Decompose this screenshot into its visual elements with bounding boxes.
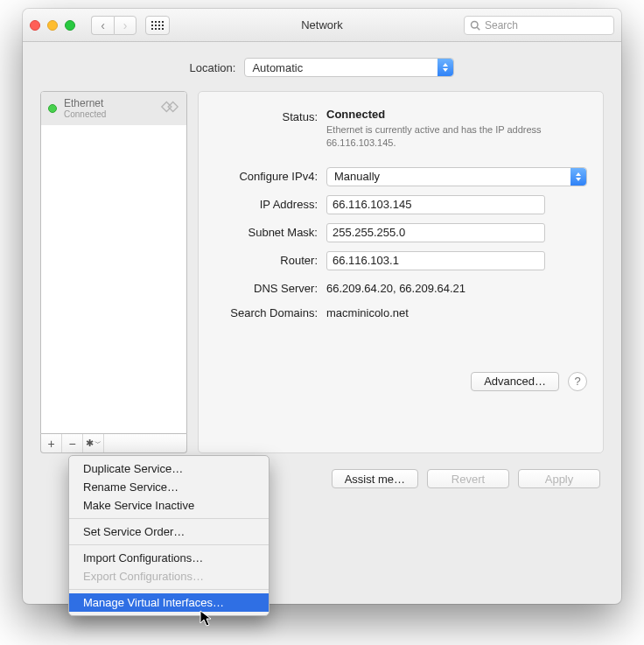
zoom-window[interactable] [65,20,75,31]
subnet-mask-label: Subnet Mask: [214,223,326,239]
search-domains-value: macminicolo.net [326,306,409,319]
grid-icon [151,21,164,30]
help-button[interactable]: ? [568,372,587,391]
search-field[interactable]: Search [464,16,614,35]
menu-export-config: Export Configurations… [69,567,269,585]
back-button[interactable]: ‹ [91,16,114,35]
ip-address-value: 66.116.103.145 [332,198,411,211]
menu-separator [69,589,269,590]
search-icon [470,20,480,31]
chevron-left-icon: ‹ [101,18,105,32]
service-name: Ethernet [64,97,153,109]
titlebar: ‹ › Network Search [23,9,621,42]
service-actions-button[interactable]: ✱﹀ [83,434,104,452]
minimize-window[interactable] [47,20,58,31]
status-value: Connected [326,108,587,121]
status-dot-icon [48,104,57,113]
menu-separator [69,544,269,545]
updown-icon [438,59,453,76]
dns-server-value: 66.209.64.20, 66.209.64.21 [326,282,466,295]
router-field[interactable]: 66.116.103.1 [326,251,545,270]
location-select[interactable]: Automatic [244,58,454,77]
location-row: Location: Automatic [40,58,604,77]
ip-address-label: IP Address: [214,195,326,211]
router-value: 66.116.103.1 [332,254,399,267]
menu-separator [69,518,269,519]
ethernet-icon [160,100,179,117]
ip-address-field[interactable]: 66.116.103.145 [326,195,545,214]
location-label: Location: [190,61,236,74]
revert-button[interactable]: Revert [427,469,509,488]
question-icon: ? [574,375,580,388]
configure-ipv4-value: Manually [334,170,380,183]
sidebar-toolbar: + − ✱﹀ [40,434,187,453]
svg-point-0 [472,21,479,28]
forward-button[interactable]: › [114,16,136,35]
search-placeholder: Search [485,19,518,32]
plus-icon: + [47,437,54,451]
menu-set-service-order[interactable]: Set Service Order… [69,522,269,541]
updown-icon [570,168,586,186]
svg-line-1 [477,27,480,30]
menu-import-config[interactable]: Import Configurations… [69,549,269,567]
advanced-button[interactable]: Advanced… [471,372,559,391]
gear-icon: ✱ [86,438,94,449]
location-value: Automatic [252,61,303,74]
status-subtext: Ethernet is currently active and has the… [326,123,587,150]
apply-button[interactable]: Apply [518,469,600,488]
service-status: Connected [64,109,153,119]
subnet-mask-value: 255.255.255.0 [332,226,405,239]
dns-server-label: DNS Server: [214,279,326,295]
services-list[interactable]: Ethernet Connected [40,91,187,434]
services-sidebar: Ethernet Connected + − [40,91,187,453]
menu-manage-virtual-interfaces[interactable]: Manage Virtual Interfaces… [69,593,269,612]
configure-ipv4-select[interactable]: Manually [326,167,587,186]
traffic-lights [30,20,75,31]
chevron-right-icon: › [123,18,128,32]
menu-rename-service[interactable]: Rename Service… [69,478,269,496]
menu-duplicate-service[interactable]: Duplicate Service… [69,459,269,478]
add-service-button[interactable]: + [41,434,62,452]
close-window[interactable] [30,20,40,31]
service-actions-menu: Duplicate Service… Rename Service… Make … [68,455,270,616]
chevron-down-icon: ﹀ [94,438,102,448]
minus-icon: − [68,437,75,451]
menu-make-inactive[interactable]: Make Service Inactive [69,496,269,515]
assist-me-button[interactable]: Assist me… [332,469,418,488]
subnet-mask-field[interactable]: 255.255.255.0 [326,223,545,242]
router-label: Router: [214,251,326,267]
show-all-button[interactable] [145,16,170,35]
remove-service-button[interactable]: − [62,434,83,452]
window-body: Location: Automatic Ethernet Connected [23,42,621,501]
nav-buttons: ‹ › [91,16,136,35]
configure-ipv4-label: Configure IPv4: [214,167,326,183]
service-text: Ethernet Connected [64,97,153,119]
service-row-ethernet[interactable]: Ethernet Connected [41,92,186,125]
details-pane: Status: Connected Ethernet is currently … [198,91,604,453]
status-label: Status: [214,108,326,123]
search-domains-label: Search Domains: [214,304,326,319]
